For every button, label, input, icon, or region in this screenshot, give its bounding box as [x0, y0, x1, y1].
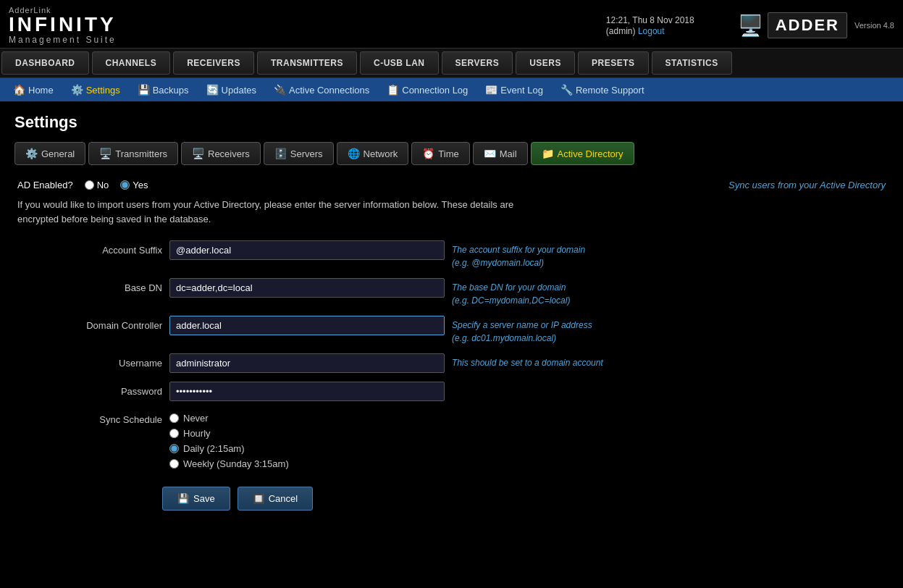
- radio-yes-option[interactable]: Yes: [120, 180, 148, 190]
- nav-presets[interactable]: PRESETS: [578, 51, 649, 75]
- password-input[interactable]: [169, 382, 445, 401]
- home-icon: 🏠: [13, 84, 25, 96]
- backups-icon: 💾: [138, 84, 150, 96]
- sync-never-option[interactable]: Never: [169, 413, 445, 424]
- base-dn-label: Base DN: [17, 278, 162, 293]
- nav-channels[interactable]: CHANNELS: [92, 51, 171, 75]
- form-fields: Account Suffix The account suffix for yo…: [17, 240, 886, 469]
- brand-mgmt: Management Suite: [9, 35, 117, 45]
- connlog-icon: 📋: [387, 84, 399, 96]
- base-dn-input[interactable]: [169, 278, 445, 298]
- nav-statistics[interactable]: STATISTICS: [652, 51, 732, 75]
- transmitters-tab-icon: 🖥️: [99, 148, 112, 159]
- tab-transmitters[interactable]: 🖥️ Transmitters: [88, 142, 178, 165]
- sync-daily-radio[interactable]: [169, 444, 179, 453]
- domain-controller-hint: Specify a server name or IP address(e.g.…: [452, 316, 886, 345]
- password-input-wrapper: [169, 382, 445, 401]
- nav-users[interactable]: USERS: [516, 51, 575, 75]
- password-label: Password: [17, 382, 162, 397]
- username-input[interactable]: [169, 353, 445, 373]
- logo: AdderLink INFINITY Management Suite: [9, 6, 117, 45]
- ad-tab-icon: 📁: [542, 148, 554, 159]
- subnav-backups[interactable]: 💾 Backups: [130, 78, 196, 101]
- servers-tab-icon: 🗄️: [274, 148, 287, 159]
- cancel-button[interactable]: 🔲 Cancel: [238, 487, 313, 511]
- subnav-remote-support[interactable]: 🔧 Remote Support: [553, 78, 652, 101]
- tab-receivers[interactable]: 🖥️ Receivers: [181, 142, 261, 165]
- account-suffix-label: Account Suffix: [17, 240, 162, 256]
- nav-servers[interactable]: SERVERS: [442, 51, 513, 75]
- username-label: Username: [17, 353, 162, 369]
- nav-transmitters[interactable]: TRANSMITTERS: [257, 51, 357, 75]
- account-suffix-input[interactable]: [169, 240, 445, 260]
- radio-yes[interactable]: [120, 180, 130, 190]
- header: AdderLink INFINITY Management Suite 12:2…: [0, 0, 903, 48]
- cancel-icon: 🔲: [253, 493, 264, 504]
- account-suffix-hint: The account suffix for your domain(e.g. …: [452, 240, 886, 269]
- remotesupport-icon: 🔧: [560, 84, 573, 96]
- password-hint: [452, 382, 886, 385]
- username-hint: This should be set to a domain account: [452, 353, 886, 369]
- save-button[interactable]: 💾 Save: [162, 487, 230, 511]
- radio-no[interactable]: [85, 180, 94, 190]
- nav-dashboard[interactable]: DASHBOARD: [1, 51, 89, 75]
- datetime: 12:21, Thu 8 Nov 2018: [606, 15, 694, 25]
- settings-tabs: ⚙️ General 🖥️ Transmitters 🖥️ Receivers …: [14, 142, 889, 165]
- time-tab-icon: ⏰: [422, 148, 434, 159]
- ad-enabled-right: Sync users from your Active Directory: [728, 180, 886, 190]
- domain-controller-label: Domain Controller: [17, 316, 162, 331]
- nav-cusb-lan[interactable]: C-USB LAN: [360, 51, 439, 75]
- subnav-updates[interactable]: 🔄 Updates: [199, 78, 264, 101]
- sync-hourly-option[interactable]: Hourly: [169, 428, 445, 439]
- eventlog-icon: 📰: [485, 84, 497, 96]
- subnav-settings[interactable]: ⚙️ Settings: [64, 78, 127, 101]
- info-text: If you would like to import users from y…: [17, 198, 524, 226]
- domain-controller-input-wrapper: [169, 316, 445, 335]
- content-area: Settings ⚙️ General 🖥️ Transmitters 🖥️ R…: [0, 101, 903, 522]
- mail-tab-icon: ✉️: [484, 148, 496, 159]
- username-input-wrapper: [169, 353, 445, 373]
- connections-icon: 🔌: [274, 84, 286, 96]
- ad-form: AD Enabled? No Yes Sync users from your …: [14, 180, 889, 511]
- base-dn-hint: The base DN for your domain(e.g. DC=mydo…: [452, 278, 886, 307]
- sync-schedule-options: Never Hourly Daily (2:15am) Weekly (Sund…: [169, 410, 445, 469]
- ad-enabled-label: AD Enabled?: [17, 180, 73, 190]
- sync-users-link[interactable]: Sync users from your Active Directory: [728, 180, 886, 190]
- sync-daily-option[interactable]: Daily (2:15am): [169, 443, 445, 454]
- updates-icon: 🔄: [206, 84, 219, 96]
- domain-controller-input[interactable]: [169, 316, 445, 335]
- sub-nav: 🏠 Home ⚙️ Settings 💾 Backups 🔄 Updates 🔌…: [0, 78, 903, 101]
- user-info: (admin) Logout: [606, 26, 665, 36]
- save-icon: 💾: [177, 493, 189, 504]
- brand-infinity: INFINITY: [9, 14, 117, 35]
- action-buttons: 💾 Save 🔲 Cancel: [17, 487, 886, 511]
- sync-hourly-radio[interactable]: [169, 429, 179, 438]
- ad-enabled-left: AD Enabled? No Yes: [17, 180, 148, 190]
- top-nav: DASHBOARD CHANNELS RECEIVERS TRANSMITTER…: [0, 48, 903, 78]
- account-suffix-input-wrapper: [169, 240, 445, 260]
- subnav-event-log[interactable]: 📰 Event Log: [478, 78, 550, 101]
- receivers-tab-icon: 🖥️: [192, 148, 204, 159]
- sync-weekly-radio[interactable]: [169, 459, 179, 469]
- tab-time[interactable]: ⏰ Time: [411, 142, 469, 165]
- subnav-connection-log[interactable]: 📋 Connection Log: [379, 78, 475, 101]
- tab-mail[interactable]: ✉️ Mail: [473, 142, 528, 165]
- sync-weekly-option[interactable]: Weekly (Sunday 3:15am): [169, 458, 445, 469]
- sync-never-radio[interactable]: [169, 413, 179, 423]
- tab-servers[interactable]: 🗄️ Servers: [264, 142, 334, 165]
- base-dn-input-wrapper: [169, 278, 445, 298]
- subnav-home[interactable]: 🏠 Home: [6, 78, 61, 101]
- page-title: Settings: [14, 113, 889, 132]
- settings-icon: ⚙️: [71, 84, 83, 96]
- sync-schedule-label: Sync Schedule: [17, 410, 162, 425]
- subnav-active-connections[interactable]: 🔌 Active Connections: [266, 78, 377, 101]
- tab-network[interactable]: 🌐 Network: [337, 142, 409, 165]
- adder-brand: ADDER: [768, 12, 847, 38]
- nav-receivers[interactable]: RECEIVERS: [173, 51, 254, 75]
- network-tab-icon: 🌐: [348, 148, 360, 159]
- header-right: 12:21, Thu 8 Nov 2018 (admin) Logout 🖥️ …: [606, 12, 894, 38]
- tab-active-directory[interactable]: 📁 Active Directory: [531, 142, 634, 165]
- tab-general[interactable]: ⚙️ General: [14, 142, 85, 165]
- logout-link[interactable]: Logout: [638, 26, 665, 36]
- radio-no-option[interactable]: No: [85, 180, 109, 190]
